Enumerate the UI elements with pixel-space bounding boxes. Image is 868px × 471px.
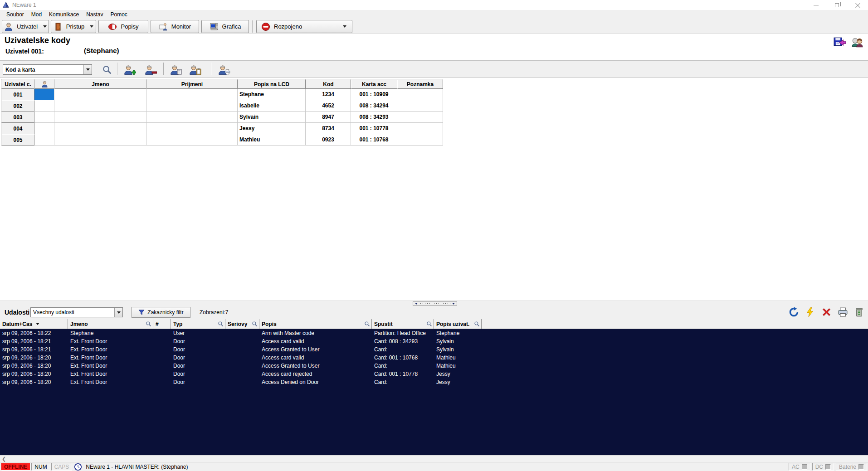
cell-prijmeni[interactable] [146,112,238,123]
cell-karta[interactable]: 001 : 10778 [351,123,397,134]
cell-lcd[interactable]: Stephane [238,89,306,100]
cell-poznamka[interactable] [397,89,443,100]
dropdown-arrow[interactable] [114,308,122,317]
cell-karta[interactable]: 001 : 10909 [351,89,397,100]
cell-prijmeni[interactable] [146,100,238,112]
print-icon[interactable] [838,307,848,317]
users-icon[interactable] [851,37,863,49]
cell-prijmeni[interactable] [146,123,238,134]
cell-lcd[interactable]: Jessy [238,123,306,134]
search-icon[interactable] [364,321,370,327]
col-jmeno[interactable]: Jmeno [54,79,146,89]
splitter-grip[interactable] [413,301,457,306]
row-header[interactable]: 002 [1,100,34,112]
selected-cell[interactable] [34,89,54,100]
evcol-popis[interactable]: Popis [259,319,372,329]
search-icon[interactable] [426,321,432,327]
event-row[interactable]: srp 09, 2006 - 18:22 Stephane User Arm w… [0,329,868,337]
cell-poznamka[interactable] [397,134,443,146]
event-row[interactable]: srp 09, 2006 - 18:21 Ext. Front Door Doo… [0,337,868,345]
delete-icon[interactable] [821,307,832,317]
copy-user-button[interactable] [167,63,185,76]
event-row[interactable]: srp 09, 2006 - 18:21 Ext. Front Door Doo… [0,345,868,354]
purge-icon[interactable] [854,307,864,317]
cell-karta[interactable]: 008 : 34293 [351,112,397,123]
event-row[interactable]: srp 09, 2006 - 18:20 Ext. Front Door Doo… [0,362,868,370]
events-filter-select[interactable]: Vsechny udalosti [30,307,123,317]
rozpojeno-button[interactable]: Rozpojeno [256,20,352,33]
search-icon[interactable] [474,321,480,327]
cell-icon[interactable] [34,100,54,112]
grafica-button[interactable]: Grafica [201,20,249,33]
search-mode-select[interactable]: Kod a karta [3,64,92,75]
horizontal-scrollbar[interactable]: ❮ [0,455,868,462]
search-icon[interactable] [218,321,224,327]
search-icon[interactable] [252,321,258,327]
cell-lcd[interactable]: Isabelle [238,100,306,112]
evcol-number[interactable]: # [153,319,171,329]
cell-kod[interactable]: 1234 [306,89,351,100]
paste-user-button[interactable] [186,63,204,76]
menu-pomoc[interactable]: Pomoc [107,10,131,19]
event-row[interactable]: srp 09, 2006 - 18:20 Ext. Front Door Doo… [0,370,868,378]
col-popis-na-lcd[interactable]: Popis na LCD [238,79,306,89]
menu-mod[interactable]: Mod [28,10,45,19]
monitor-button[interactable]: Monitor [151,20,199,33]
col-kod[interactable]: Kod [306,79,351,89]
event-row[interactable]: srp 09, 2006 - 18:20 Ext. Front Door Doo… [0,354,868,362]
cell-poznamka[interactable] [397,100,443,112]
save-export-icon[interactable] [834,37,846,49]
cell-karta[interactable]: 001 : 10768 [351,134,397,146]
row-header[interactable]: 003 [1,112,34,123]
cell-icon[interactable] [34,123,54,134]
evcol-datum-cas[interactable]: Datum+Cas [0,319,68,329]
cell-lcd[interactable]: Sylvain [238,112,306,123]
cell-icon[interactable] [34,134,54,146]
cell-poznamka[interactable] [397,123,443,134]
cell-jmeno[interactable] [54,100,146,112]
col-poznamka[interactable]: Poznamka [397,79,443,89]
uzivatel-button[interactable]: Uzivatel [2,20,49,33]
evcol-jmeno[interactable]: Jmeno [68,319,153,329]
cell-prijmeni[interactable] [146,89,238,100]
cell-prijmeni[interactable] [146,134,238,146]
dropdown-arrow[interactable] [83,65,92,74]
row-header[interactable]: 005 [1,134,34,146]
title-bar[interactable]: NEware 1 [0,0,868,10]
menu-komunikace[interactable]: Komunikace [45,10,83,19]
add-user-button[interactable] [121,63,139,76]
row-header[interactable]: 004 [1,123,34,134]
cell-karta[interactable]: 008 : 34294 [351,100,397,112]
close-button[interactable] [847,0,868,10]
cell-poznamka[interactable] [397,112,443,123]
cell-jmeno[interactable] [54,134,146,146]
print-users-button[interactable] [215,63,234,76]
minimize-button[interactable] [805,0,826,10]
cell-jmeno[interactable] [54,89,146,100]
col-prijmeni[interactable]: Prijmeni [146,79,238,89]
evcol-seriovy[interactable]: Seriovy [225,319,259,329]
cell-kod[interactable]: 4652 [306,100,351,112]
col-karta-acc[interactable]: Karta acc [351,79,397,89]
cell-jmeno[interactable] [54,123,146,134]
event-row[interactable]: srp 09, 2006 - 18:20 Ext. Front Door Doo… [0,378,868,386]
row-header[interactable]: 001 [1,89,34,100]
search-button[interactable] [100,63,114,76]
menu-soubor[interactable]: Soubor [3,10,28,19]
cell-lcd[interactable]: Mathieu [238,134,306,146]
menu-nastav[interactable]: Nastav [83,10,107,19]
col-uzivatel-c[interactable]: Uzivatel c. [1,79,34,89]
cell-kod[interactable]: 8734 [306,123,351,134]
refresh-icon[interactable] [789,307,799,317]
custom-filter-button[interactable]: Zakaznicky filtr [132,307,190,318]
remove-user-button[interactable] [141,63,160,76]
pristup-button[interactable]: Pristup [51,20,96,33]
lightning-icon[interactable] [805,307,815,317]
evcol-popis-uzivat[interactable]: Popis uzivat. [434,319,482,329]
popisy-button[interactable]: Popisy [98,20,148,33]
col-user-icon[interactable] [34,79,54,89]
evcol-typ[interactable]: Typ [171,319,225,329]
cell-kod[interactable]: 0923 [306,134,351,146]
cell-kod[interactable]: 8947 [306,112,351,123]
scroll-left-icon[interactable]: ❮ [0,456,8,462]
